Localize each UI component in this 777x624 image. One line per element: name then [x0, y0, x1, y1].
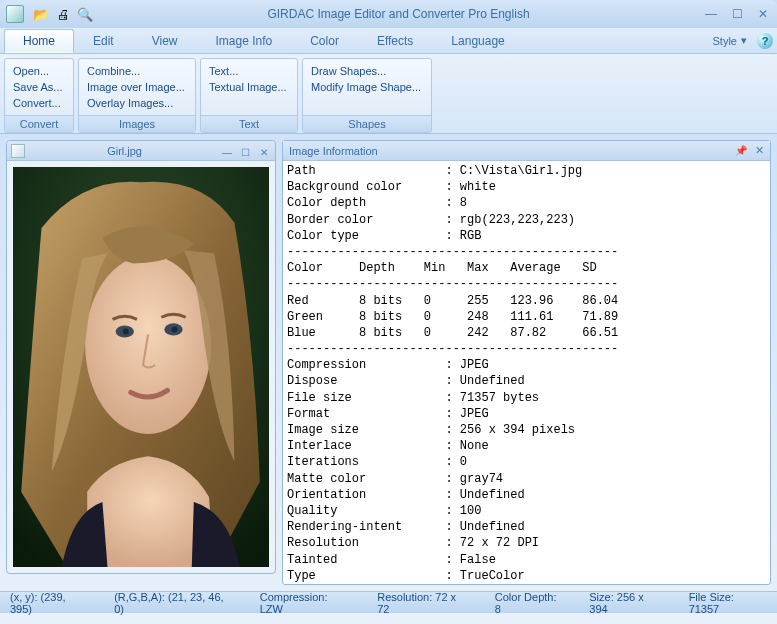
ribbon-label-images: Images [79, 115, 195, 132]
statusbar: (x, y): (239, 395) (R,G,B,A): (21, 23, 4… [0, 591, 777, 613]
document-titlebar[interactable]: Girl.jpg — ☐ ✕ [7, 141, 275, 161]
save-as-button[interactable]: Save As... [13, 79, 65, 95]
ribbon-group-convert: Open... Save As... Convert... Convert [4, 58, 74, 133]
document-window: Girl.jpg — ☐ ✕ [6, 140, 276, 574]
ribbon-group-shapes: Draw Shapes... Modify Image Shape... Sha… [302, 58, 432, 133]
svg-point-4 [123, 328, 129, 334]
ribbon-label-shapes: Shapes [303, 115, 431, 132]
tab-home[interactable]: Home [4, 29, 74, 53]
status-xy: (x, y): (239, 395) [10, 591, 90, 615]
convert-button[interactable]: Convert... [13, 95, 65, 111]
open-icon[interactable]: 📂 [32, 6, 50, 22]
status-resolution: Resolution: 72 x 72 [377, 591, 471, 615]
quick-access-toolbar: 📂 🖨 🔍 [32, 6, 94, 22]
status-size: Size: 256 x 394 [589, 591, 664, 615]
tab-language[interactable]: Language [432, 29, 523, 53]
svg-point-1 [85, 255, 211, 434]
combine-button[interactable]: Combine... [87, 63, 187, 79]
tab-effects[interactable]: Effects [358, 29, 432, 53]
status-filesize: File Size: 71357 [689, 591, 767, 615]
status-compression: Compression: LZW [260, 591, 354, 615]
draw-shapes-button[interactable]: Draw Shapes... [311, 63, 423, 79]
tab-view[interactable]: View [133, 29, 197, 53]
info-panel-body[interactable]: Path : C:\Vista\Girl.jpg Background colo… [283, 161, 770, 584]
open-button[interactable]: Open... [13, 63, 65, 79]
doc-maximize-icon[interactable]: ☐ [239, 147, 253, 158]
tab-image-info[interactable]: Image Info [197, 29, 292, 53]
minimize-icon[interactable]: — [703, 7, 719, 21]
close-icon[interactable]: ✕ [755, 7, 771, 21]
image-information-panel: Image Information 📌 ✕ Path : C:\Vista\Gi… [282, 140, 771, 585]
status-rgba: (R,G,B,A): (21, 23, 46, 0) [114, 591, 236, 615]
info-panel-title: Image Information 📌 ✕ [283, 141, 770, 161]
status-depth: Color Depth: 8 [495, 591, 565, 615]
document-filename: Girl.jpg [29, 145, 220, 157]
panel-close-icon[interactable]: ✕ [755, 144, 764, 157]
menubar: Home Edit View Image Info Color Effects … [0, 28, 777, 54]
text-button[interactable]: Text... [209, 63, 289, 79]
ribbon-group-text: Text... Textual Image... Text [200, 58, 298, 133]
doc-close-icon[interactable]: ✕ [257, 147, 271, 158]
svg-point-5 [171, 326, 177, 332]
pin-icon[interactable]: 📌 [735, 145, 747, 156]
chevron-down-icon: ▾ [741, 34, 747, 47]
document-icon [11, 144, 25, 158]
ribbon-label-convert: Convert [5, 115, 73, 132]
ribbon-group-images: Combine... Image over Image... Overlay I… [78, 58, 196, 133]
tab-color[interactable]: Color [291, 29, 358, 53]
image-canvas[interactable] [13, 167, 269, 567]
doc-minimize-icon[interactable]: — [220, 147, 234, 158]
window-controls: — ☐ ✕ [703, 7, 771, 21]
maximize-icon[interactable]: ☐ [729, 7, 745, 21]
app-title: GIRDAC Image Editor and Converter Pro En… [94, 7, 703, 21]
modify-image-shape-button[interactable]: Modify Image Shape... [311, 79, 423, 95]
ribbon-label-text: Text [201, 115, 297, 132]
tab-edit[interactable]: Edit [74, 29, 133, 53]
overlay-images-button[interactable]: Overlay Images... [87, 95, 187, 111]
textual-image-button[interactable]: Textual Image... [209, 79, 289, 95]
app-icon [6, 5, 24, 23]
preview-icon[interactable]: 🔍 [76, 6, 94, 22]
titlebar: 📂 🖨 🔍 GIRDAC Image Editor and Converter … [0, 0, 777, 28]
print-icon[interactable]: 🖨 [54, 6, 72, 22]
help-icon[interactable]: ? [757, 33, 773, 49]
workspace: Girl.jpg — ☐ ✕ [0, 134, 777, 591]
image-over-image-button[interactable]: Image over Image... [87, 79, 187, 95]
ribbon: Open... Save As... Convert... Convert Co… [0, 54, 777, 134]
style-dropdown[interactable]: Style▾ [707, 32, 753, 49]
